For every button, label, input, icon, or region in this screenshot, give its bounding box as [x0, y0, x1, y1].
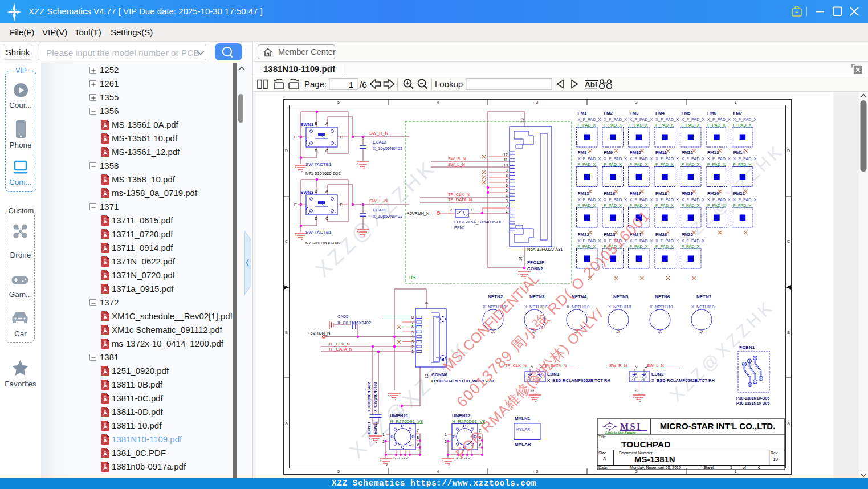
svg-text:X_F_PAD_X: X_F_PAD_X	[682, 197, 705, 202]
svg-text:SW_R_N: SW_R_N	[369, 131, 389, 136]
svg-text:A: A	[285, 421, 288, 425]
svg-text:SW_R_N: SW_R_N	[609, 363, 627, 368]
svg-text:3: 3	[536, 100, 538, 104]
svg-text:FM15: FM15	[578, 191, 590, 196]
svg-text:N5A-12F0220-A81: N5A-12F0220-A81	[527, 247, 563, 252]
svg-text:F_PAD_X: F_PAD_X	[604, 203, 622, 208]
svg-text:F_PAD_X: F_PAD_X	[578, 123, 596, 128]
svg-text:X_NPTH118: X_NPTH118	[567, 304, 589, 309]
svg-text:10: 10	[503, 163, 508, 167]
svg-text:D: D	[787, 149, 790, 153]
svg-text:X_F_PAD_X: X_F_PAD_X	[733, 156, 757, 161]
svg-text:9: 9	[417, 442, 419, 446]
svg-text:FM10: FM10	[630, 150, 642, 155]
svg-text:1: 1	[735, 100, 737, 104]
svg-text:/6: /6	[360, 80, 367, 89]
svg-text:FM3: FM3	[630, 111, 639, 116]
svg-text:EDN2: EDN2	[651, 372, 664, 377]
svg-text:NPTN6: NPTN6	[655, 294, 670, 299]
svg-text:X_F_PAD_X: X_F_PAD_X	[707, 197, 731, 202]
svg-text:ECN12: ECN12	[373, 421, 377, 434]
svg-text:N71-0101630-D02: N71-0101630-D02	[305, 171, 341, 176]
svg-text:E: E	[340, 202, 343, 207]
svg-text:2: 2	[506, 204, 508, 208]
svg-text:C: C	[325, 216, 329, 221]
svg-text:5: 5	[337, 100, 340, 104]
svg-text:X_F_PAD_X: X_F_PAD_X	[630, 197, 653, 202]
svg-text:3: 3	[392, 457, 396, 459]
svg-text:X_F_PAD_X: X_F_PAD_X	[578, 197, 601, 202]
svg-text:F_PAD_X: F_PAD_X	[655, 162, 674, 167]
svg-text:X_F_PAD_X: X_F_PAD_X	[655, 197, 679, 202]
svg-text:Sheet: Sheet	[703, 466, 714, 470]
svg-text:1: 1	[382, 433, 385, 437]
svg-text:PCBN1: PCBN1	[739, 345, 755, 350]
svg-text:F_PAD_X: F_PAD_X	[655, 203, 674, 208]
svg-text:X_F_PAD_X: X_F_PAD_X	[655, 238, 679, 243]
svg-text:9: 9	[506, 168, 508, 172]
svg-text:6: 6	[758, 466, 760, 470]
svg-text:1: 1	[730, 466, 732, 470]
svg-text:1: 1	[735, 470, 737, 474]
svg-text:X_ESD-RCLAMP0502B.TCT-RH: X_ESD-RCLAMP0502B.TCT-RH	[547, 378, 610, 383]
svg-text:C: C	[787, 239, 790, 243]
svg-text:X_C33p50N0402: X_C33p50N0402	[367, 382, 372, 412]
svg-text:X_F_PAD_X: X_F_PAD_X	[707, 117, 731, 122]
svg-text:Size: Size	[598, 451, 606, 455]
svg-text:B: B	[285, 331, 288, 335]
svg-text:Lookup: Lookup	[435, 79, 463, 89]
svg-text:X_10p50N0402: X_10p50N0402	[373, 146, 402, 151]
svg-text:FM5: FM5	[682, 111, 691, 116]
svg-text:UMEN21: UMEN21	[390, 413, 409, 418]
svg-text:of: of	[743, 466, 746, 470]
svg-text:E: E	[294, 135, 297, 140]
svg-text:F_PAD_X: F_PAD_X	[604, 162, 622, 167]
svg-text:Rev: Rev	[771, 451, 778, 455]
svg-text:FM9: FM9	[604, 150, 613, 155]
svg-text:ECN11: ECN11	[367, 422, 371, 434]
svg-text:PFN1: PFN1	[454, 225, 465, 230]
svg-text:F_PAD_X: F_PAD_X	[630, 162, 648, 167]
svg-text:F_PAD_X: F_PAD_X	[733, 203, 752, 208]
svg-text:5: 5	[506, 189, 508, 193]
svg-text:Monday, November 08, 2010: Monday, November 08, 2010	[630, 466, 681, 470]
svg-text:SW_R_N: SW_R_N	[448, 156, 466, 161]
svg-text:X_F_PAD_X: X_F_PAD_X	[604, 117, 627, 122]
svg-text:TOUCHPAD: TOUCHPAD	[621, 439, 670, 449]
svg-text:CONN2: CONN2	[527, 266, 544, 271]
svg-text:F_PAD_X: F_PAD_X	[655, 123, 674, 128]
svg-text:FM17: FM17	[630, 191, 642, 196]
svg-text:ECA12: ECA12	[373, 140, 386, 145]
svg-text:X_NPTH118: X_NPTH118	[608, 304, 631, 309]
svg-text:2: 2	[450, 208, 452, 212]
svg-text:X_F_PAD_X: X_F_PAD_X	[682, 117, 705, 122]
svg-text:0B: 0B	[409, 274, 416, 280]
svg-text:FM22: FM22	[578, 232, 590, 237]
svg-text:B: B	[315, 189, 317, 194]
svg-text:F_PAD_X: F_PAD_X	[682, 203, 700, 208]
svg-text:FM2: FM2	[604, 111, 613, 116]
svg-text:P30-1381N10-D05: P30-1381N10-D05	[736, 396, 769, 400]
svg-text:FM4: FM4	[655, 111, 665, 116]
svg-text:9: 9	[425, 302, 429, 304]
svg-text:F_PAD_X: F_PAD_X	[630, 244, 648, 249]
svg-text:13: 13	[520, 118, 524, 123]
svg-text:X_F_PAD_X: X_F_PAD_X	[682, 238, 705, 243]
svg-text:+5VRUN_N: +5VRUN_N	[308, 331, 330, 336]
svg-text:FM25: FM25	[682, 232, 694, 237]
svg-text:6: 6	[468, 457, 472, 459]
svg-text:7: 7	[506, 178, 508, 182]
svg-text:SWN3: SWN3	[300, 190, 314, 195]
svg-text:6: 6	[506, 184, 508, 188]
svg-text:NPTN2: NPTN2	[488, 294, 503, 299]
svg-text:F_PAD_X: F_PAD_X	[707, 203, 726, 208]
svg-text:FM8: FM8	[578, 150, 588, 155]
svg-text:3: 3	[536, 470, 538, 474]
svg-text:H_R276D91_V8: H_R276D91_V8	[390, 419, 423, 424]
svg-text:CONN6: CONN6	[431, 372, 448, 377]
svg-text:E: E	[340, 135, 343, 140]
svg-text:Abi: Abi	[585, 80, 597, 89]
svg-text:X_F_PAD_X: X_F_PAD_X	[655, 156, 679, 161]
svg-text:X_F_PAD_X: X_F_PAD_X	[707, 156, 731, 161]
svg-text:FM26: FM26	[655, 232, 667, 237]
